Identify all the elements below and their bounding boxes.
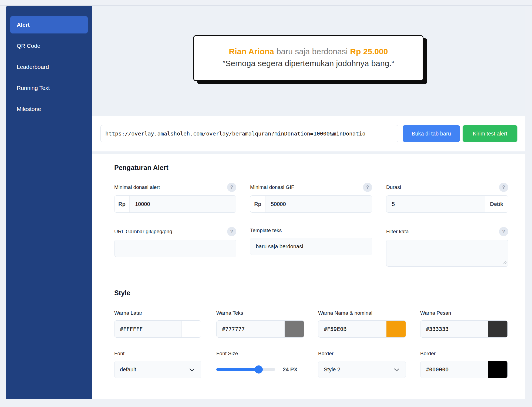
name-nominal-color-input[interactable] (318, 321, 386, 337)
text-color-input[interactable] (217, 321, 284, 337)
background-color-input[interactable] (115, 321, 181, 337)
background-color-label: Warna Latar (114, 310, 142, 316)
min-donation-gif-label: Minimal donasi GIF (250, 184, 294, 190)
currency-prefix: Rp (115, 196, 130, 212)
border-style-field: Border Style 2 (318, 350, 406, 378)
sidebar-item-milestone[interactable]: Milestone (10, 100, 88, 118)
text-color-swatch[interactable] (284, 321, 304, 337)
sidebar-item-label: QR Code (17, 43, 41, 49)
template-text-input[interactable] (250, 238, 372, 255)
alert-preview-zone: Rian Arionabaru saja berdonasiRp 25.000 … (92, 6, 525, 116)
name-nominal-color-field: Warna Nama & nominal (318, 310, 406, 338)
template-text-field: Template teks (250, 227, 372, 255)
overlay-url-input[interactable] (100, 125, 398, 142)
font-size-slider-fill (216, 368, 259, 371)
message-color-label: Warna Pesan (420, 310, 451, 316)
border-style-select[interactable]: Style 2 (318, 361, 406, 378)
resize-handle-icon[interactable] (503, 260, 507, 265)
font-size-value: 24 PX (283, 367, 297, 373)
message-color-field: Warna Pesan (420, 310, 508, 338)
border-color-input[interactable] (420, 361, 488, 378)
alert-preview-box: Rian Arionabaru saja berdonasiRp 25.000 … (193, 35, 423, 81)
chevron-down-icon (394, 366, 399, 371)
sidebar-item-leaderboard[interactable]: Leaderboard (10, 58, 88, 76)
name-nominal-color-swatch[interactable] (386, 321, 406, 337)
min-donation-gif-input[interactable] (265, 196, 372, 212)
message-color-swatch[interactable] (488, 321, 507, 337)
min-donation-alert-field: Minimal donasi alert ? Rp (114, 183, 236, 213)
help-icon[interactable]: ? (227, 183, 236, 192)
duration-label: Durasi (386, 184, 401, 190)
message-color-input[interactable] (420, 321, 488, 337)
min-donation-alert-label: Minimal donasi alert (114, 184, 160, 190)
sidebar-item-alert[interactable]: Alert (10, 16, 88, 33)
border-style-label: Border (318, 351, 334, 357)
overlay-url-toolbar: Buka di tab baru Kirim test alert (92, 116, 525, 151)
text-color-field: Warna Teks (216, 310, 304, 338)
font-size-field: Font Size 24 PX (216, 350, 304, 378)
send-test-alert-button[interactable]: Kirim test alert (463, 125, 517, 142)
help-icon[interactable]: ? (499, 183, 508, 192)
word-filter-label: Filter kata (386, 229, 409, 235)
duration-input[interactable] (386, 196, 485, 212)
chevron-down-icon (189, 366, 194, 371)
word-filter-textarea[interactable] (386, 240, 508, 267)
sidebar-item-qr-code[interactable]: QR Code (10, 37, 88, 55)
alert-message: ”Semoga segera dipertemukan jodohnya ban… (202, 57, 415, 69)
duration-field: Durasi ? Detik (386, 183, 508, 213)
settings-heading: Pengaturan Alert (114, 164, 169, 172)
font-size-label: Font Size (216, 351, 238, 357)
font-size-slider[interactable] (216, 368, 275, 371)
min-donation-gif-field: Minimal donasi GIF ? Rp (250, 183, 372, 213)
sidebar-item-label: Alert (17, 22, 30, 28)
alert-donor-name: Rian Ariona (229, 47, 274, 56)
alert-template-text: baru saja berdonasi (277, 47, 348, 56)
alert-amount: Rp 25.000 (350, 47, 388, 56)
image-url-field: URL Gambar gif/jpeg/png ? (114, 227, 236, 257)
sidebar-item-running-text[interactable]: Running Text (10, 79, 88, 97)
font-field: Font default (114, 350, 201, 378)
font-size-slider-thumb[interactable] (255, 365, 263, 374)
help-icon[interactable]: ? (227, 227, 236, 236)
section-divider (92, 151, 525, 154)
sidebar-item-label: Running Text (17, 85, 50, 91)
word-filter-field: Filter kata ? (386, 227, 508, 267)
sidebar: Alert QR Code Leaderboard Running Text M… (6, 6, 92, 399)
sidebar-item-label: Milestone (17, 106, 41, 112)
border-color-label: Border (420, 351, 436, 357)
font-select-value: default (120, 367, 136, 373)
text-color-label: Warna Teks (216, 310, 243, 316)
currency-prefix: Rp (250, 196, 265, 212)
template-text-label: Template teks (250, 228, 282, 233)
background-color-field: Warna Latar (114, 310, 201, 338)
alert-settings-form: Pengaturan Alert Minimal donasi alert ? … (92, 154, 525, 399)
min-donation-alert-input[interactable] (130, 196, 236, 212)
open-in-new-tab-button[interactable]: Buka di tab baru (403, 125, 460, 142)
name-nominal-color-label: Warna Nama & nominal (318, 310, 372, 316)
duration-unit: Detik (485, 196, 508, 212)
image-url-input[interactable] (115, 240, 236, 257)
help-icon[interactable]: ? (499, 227, 508, 236)
font-label: Font (114, 351, 124, 357)
sidebar-item-label: Leaderboard (17, 64, 49, 70)
help-icon[interactable]: ? (363, 183, 372, 192)
font-select[interactable]: default (114, 361, 201, 378)
border-style-value: Style 2 (324, 367, 340, 373)
alert-preview-line1: Rian Arionabaru saja berdonasiRp 25.000 (202, 45, 415, 57)
main-panel: Rian Arionabaru saja berdonasiRp 25.000 … (92, 6, 525, 399)
style-heading: Style (114, 289, 130, 297)
border-color-swatch[interactable] (488, 361, 507, 378)
border-color-field: Border (420, 350, 508, 378)
background-color-swatch[interactable] (181, 321, 201, 337)
image-url-label: URL Gambar gif/jpeg/png (114, 229, 172, 235)
